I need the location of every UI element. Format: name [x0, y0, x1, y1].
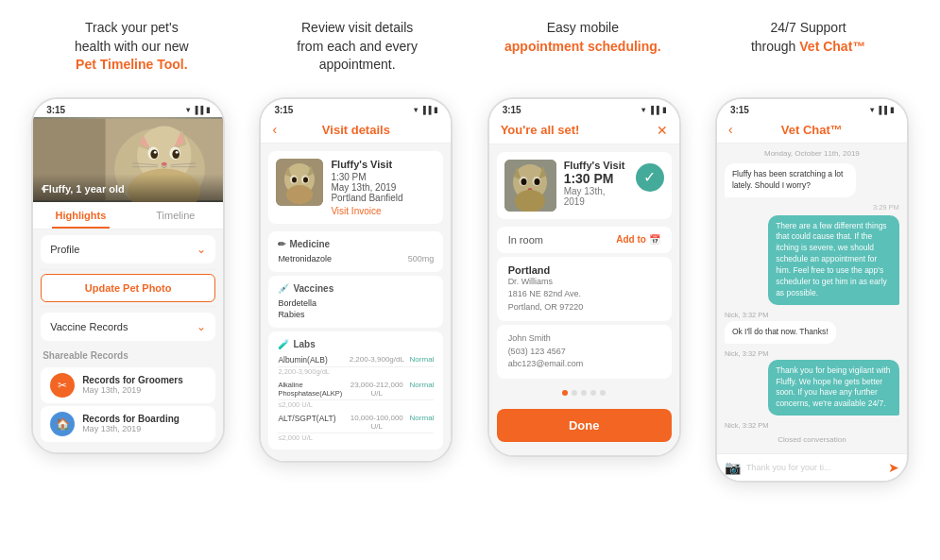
- groomers-record-item[interactable]: ✂ Records for Groomers May 13th, 2019: [41, 367, 215, 403]
- vaccine-records-section[interactable]: Vaccine Records ⌄: [41, 313, 215, 341]
- lab1-status: Normal: [410, 355, 435, 365]
- dot-4: [590, 390, 596, 396]
- chat-input-bar: 📷 Thank you for your ti... ➤: [717, 453, 907, 481]
- dot-2: [572, 390, 577, 396]
- groomers-icon: ✂: [50, 373, 75, 398]
- phone3-time: 3:15: [503, 105, 521, 115]
- tab-highlights[interactable]: Highlights: [33, 202, 128, 229]
- sender-2: Nick, 3:32 PM: [725, 311, 899, 319]
- phone4-status-icons: ▾ ▐▐ ▮: [870, 106, 894, 114]
- location-card: Portland Dr. Williams 1816 NE 82nd Ave. …: [497, 257, 672, 322]
- boarding-icon: 🏠: [50, 412, 75, 436]
- wifi-icon2: ▾: [414, 106, 418, 114]
- header1-line2: health with our new: [75, 39, 189, 54]
- divider1: [41, 269, 215, 270]
- groomers-date: May 13th, 2019: [82, 385, 206, 395]
- phone1-status-bar: 3:15 ▾ ▐▐ ▮: [33, 99, 223, 117]
- visit-info: Fluffy's Visit 1:30 PM May 13th, 2019 Po…: [331, 159, 436, 216]
- medicine-title: ✏ Medicine: [278, 239, 434, 249]
- profile-section[interactable]: Profile ⌄: [41, 235, 215, 263]
- vax2-name: Rabies: [278, 310, 304, 319]
- boarding-title: Records for Boarding: [82, 414, 206, 424]
- header3-line1: Easy mobile: [547, 20, 619, 35]
- address-line1: 1816 NE 82nd Ave.: [508, 288, 660, 301]
- visit-back-arrow-icon[interactable]: ‹: [272, 122, 277, 137]
- doctor-name: Dr. Williams: [508, 276, 660, 289]
- battery-icon: ▮: [206, 106, 210, 114]
- visit-cat-svg: [276, 159, 323, 206]
- battery-icon4: ▮: [890, 106, 894, 114]
- phone3-status-icons: ▾ ▐▐ ▮: [641, 106, 665, 114]
- done-button[interactable]: Done: [497, 409, 672, 442]
- appt-time: 1:30 PM: [564, 171, 628, 186]
- chat-bubble-2: There are a few different things that co…: [768, 215, 899, 305]
- vaccines-title: 💉 Vaccines: [278, 283, 434, 294]
- appt-cat-svg: [504, 160, 556, 212]
- appt-visit-title: Fluffy's Visit: [564, 160, 628, 171]
- appointment-card: Fluffy's Visit 1:30 PM May 13th, 2019 ✓: [497, 152, 672, 219]
- med-row-1: Metronidazole 500mg: [278, 253, 434, 264]
- phone4-topbar: ‹ Vet Chat™: [717, 117, 907, 144]
- address-line2: Portland, OR 97220: [508, 301, 660, 314]
- svg-point-36: [521, 178, 526, 185]
- vax1-name: Bordetella: [278, 298, 316, 308]
- header-item-2: Review visit details from each and every…: [245, 19, 470, 75]
- visit-card: Fluffy's Visit 1:30 PM May 13th, 2019 Po…: [268, 151, 443, 224]
- signal-icon4: ▐▐: [877, 106, 887, 114]
- groomers-title: Records for Groomers: [82, 375, 206, 385]
- vaccine-label: Vaccine Records: [50, 321, 128, 332]
- vaccine-chevron-icon: ⌄: [197, 320, 206, 333]
- phone2-time: 3:15: [274, 105, 293, 115]
- visit-details-title: Visit details: [322, 123, 390, 137]
- location-name: Portland: [508, 264, 660, 276]
- tab-timeline[interactable]: Timeline: [128, 202, 224, 229]
- profile-label: Profile: [50, 244, 79, 255]
- chat-bubble-1: Fluffy has been scratching a lot lately.…: [725, 163, 856, 197]
- in-room-label: In room: [508, 234, 543, 246]
- chat-bubble-4: Thank you for being vigilant with Fluffy…: [768, 360, 899, 416]
- lab-row-1: Albumin(ALB) 2,200-3,900g/dL Normal: [278, 353, 434, 367]
- lab1-range: 2,200-3,900g/dL: [344, 355, 410, 365]
- vet-chat-title: Vet Chat™: [781, 123, 843, 137]
- phone-3: 3:15 ▾ ▐▐ ▮ You're all set! ✕: [487, 97, 681, 457]
- phone2-status-icons: ▾ ▐▐ ▮: [414, 106, 437, 114]
- visit-time: 1:30 PM: [331, 172, 436, 182]
- header2-line2: from each and every: [297, 39, 418, 54]
- pagination-dots: [489, 382, 679, 403]
- chat-flow: Fluffy has been scratching a lot lately.…: [725, 163, 899, 448]
- boarding-record-item[interactable]: 🏠 Records for Boarding May 13th, 2019: [41, 406, 215, 442]
- camera-icon[interactable]: 📷: [725, 460, 741, 475]
- phone4-status-bar: 3:15 ▾ ▐▐ ▮: [717, 99, 907, 117]
- close-icon[interactable]: ✕: [657, 123, 668, 138]
- contact-name: John Smith: [508, 332, 660, 346]
- wifi-icon3: ▾: [641, 106, 645, 114]
- chat-input-field[interactable]: Thank you for your ti...: [746, 463, 882, 472]
- appt-cat-image: [504, 160, 556, 212]
- header-row: Track your pet's health with our new Pet…: [9, 19, 931, 75]
- header-item-4: 24/7 Support through Vet Chat™: [695, 19, 921, 75]
- labs-icon: 🧪: [278, 339, 289, 349]
- phone1-hero-image: ‹ Fluffy, 1 year old: [33, 117, 223, 202]
- svg-point-10: [173, 149, 180, 159]
- visit-location: Portland Banfield: [331, 193, 436, 203]
- back-arrow-icon[interactable]: ‹: [41, 179, 45, 196]
- phone1-tabs: Highlights Timeline: [33, 202, 223, 229]
- svg-point-39: [515, 190, 545, 212]
- visit-invoice-link[interactable]: Visit Invoice: [331, 206, 436, 216]
- sender-3: Nick, 3:32 PM: [725, 349, 899, 358]
- send-icon[interactable]: ➤: [888, 460, 899, 475]
- chat-bubble-3: Ok I'll do that now. Thanks!: [725, 321, 836, 344]
- appt-date: May 13th, 2019: [564, 186, 628, 207]
- add-to-calendar-button[interactable]: Add to 📅: [616, 234, 659, 245]
- med-name: Metronidazole: [278, 254, 332, 263]
- lab2-range: 23,000-212,000 U/L: [344, 381, 410, 398]
- shareable-records-header: Shareable Records: [33, 347, 223, 365]
- header4-line2: through: [751, 39, 795, 54]
- chat-date-label: Monday, October 11th, 2019: [725, 149, 899, 158]
- chat-back-arrow-icon[interactable]: ‹: [728, 122, 733, 137]
- pet-name-label: Fluffy, 1 year old: [43, 183, 125, 195]
- header1-line1: Track your pet's: [85, 20, 179, 35]
- header2-line1: Review visit details: [301, 20, 413, 35]
- header1-accent: Pet Timeline Tool.: [76, 57, 188, 72]
- update-pet-photo-button[interactable]: Update Pet Photo: [41, 274, 215, 302]
